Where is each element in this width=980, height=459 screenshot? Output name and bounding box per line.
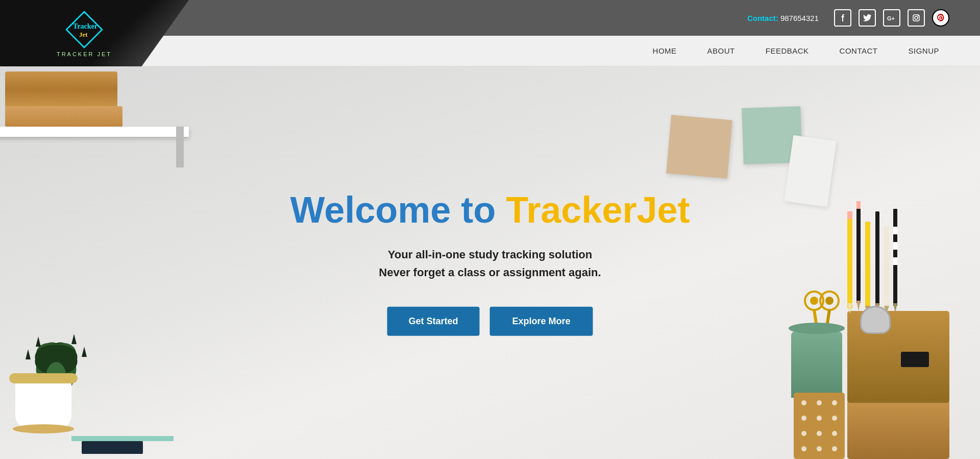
svg-marker-23 — [856, 301, 861, 311]
svg-marker-17 — [82, 347, 87, 357]
svg-point-51 — [801, 446, 806, 451]
plant-pot-rim — [9, 373, 78, 383]
pot-saucer — [13, 424, 74, 433]
svg-marker-15 — [71, 334, 77, 344]
brand-name: TrackerJet — [506, 189, 690, 230]
svg-point-49 — [817, 431, 822, 436]
polka-container — [794, 393, 845, 459]
green-tin — [791, 331, 842, 398]
svg-rect-28 — [884, 227, 889, 308]
plant-container — [0, 255, 122, 459]
contact-label: Contact: — [747, 14, 778, 22]
top-bar: Tracker Jet TRACKER JET Contact: 9876543… — [0, 0, 980, 36]
nav-about[interactable]: ABOUT — [707, 46, 735, 55]
tape-dispenser — [860, 306, 891, 334]
svg-text:G+: G+ — [887, 15, 895, 21]
logo-inner: Tracker Jet TRACKER JET — [57, 9, 112, 57]
svg-point-39 — [810, 297, 818, 305]
stationery-right — [674, 204, 980, 459]
instagram-icon[interactable] — [908, 9, 925, 27]
shelf-area — [0, 66, 204, 459]
hero-subtitle: Your all-in-one study tracking solution … — [290, 245, 690, 281]
svg-marker-16 — [26, 349, 31, 359]
svg-text:Jet: Jet — [79, 31, 88, 38]
plant-pot — [15, 382, 71, 428]
logo-icon: Tracker Jet — [64, 9, 105, 50]
svg-rect-32 — [893, 242, 897, 250]
sticky-note-tan — [666, 115, 732, 179]
notebook — [82, 441, 143, 454]
cork-box-top — [5, 71, 117, 107]
nav-feedback[interactable]: FEEDBACK — [766, 46, 809, 55]
svg-point-46 — [817, 416, 822, 421]
nav-signup[interactable]: SIGNUP — [908, 46, 939, 55]
svg-point-48 — [801, 431, 806, 436]
svg-point-43 — [817, 400, 822, 405]
logo-subtitle: TRACKER JET — [57, 51, 112, 57]
svg-rect-22 — [856, 201, 861, 209]
svg-point-44 — [832, 400, 837, 405]
twitter-icon[interactable] — [859, 9, 876, 27]
subtitle-line1: Your all-in-one study tracking solution — [388, 248, 593, 260]
svg-point-50 — [832, 431, 837, 436]
contact-number: 987654321 — [780, 14, 819, 22]
nav-home[interactable]: HOME — [653, 46, 677, 55]
svg-point-42 — [801, 400, 806, 405]
welcome-heading: Welcome to TrackerJet — [290, 189, 690, 230]
svg-marker-34 — [893, 303, 897, 312]
svg-rect-31 — [893, 227, 897, 234]
svg-point-47 — [832, 416, 837, 421]
table-surface — [71, 436, 174, 441]
contact-info: Contact: 987654321 — [747, 14, 819, 22]
svg-point-5 — [915, 16, 918, 19]
sticky-note-white — [784, 135, 836, 207]
nav-contact[interactable]: CONTACT — [840, 46, 878, 55]
explore-more-button[interactable]: Explore More — [489, 307, 593, 336]
social-icons: G+ — [834, 9, 949, 27]
svg-point-52 — [817, 446, 822, 451]
svg-marker-14 — [36, 336, 41, 347]
svg-rect-21 — [856, 206, 861, 303]
cork-basket — [847, 398, 949, 459]
green-tin-lid — [789, 323, 845, 334]
svg-point-6 — [918, 15, 919, 16]
shelf-board — [0, 127, 189, 137]
pinterest-icon[interactable] — [932, 9, 949, 27]
svg-rect-33 — [893, 257, 897, 265]
facebook-icon[interactable] — [834, 9, 851, 27]
svg-point-40 — [825, 297, 834, 305]
svg-point-45 — [801, 416, 806, 421]
svg-rect-19 — [847, 211, 852, 219]
welcome-part1: Welcome to — [290, 189, 506, 230]
svg-rect-18 — [847, 216, 852, 308]
shelf-bracket — [176, 127, 184, 167]
svg-text:Tracker: Tracker — [73, 22, 97, 30]
subtitle-line2: Never forget a class or assignment again… — [379, 266, 601, 279]
google-plus-icon[interactable]: G+ — [883, 9, 900, 27]
hero-section: Welcome to TrackerJet Your all-in-one st… — [0, 66, 980, 459]
cta-buttons: Get Started Explore More — [290, 307, 690, 336]
svg-rect-26 — [875, 211, 879, 306]
black-label — [901, 352, 929, 367]
svg-point-53 — [832, 446, 837, 451]
hero-content: Welcome to TrackerJet Your all-in-one st… — [290, 189, 690, 336]
svg-marker-20 — [847, 303, 852, 313]
cork-box-bottom — [5, 106, 122, 127]
svg-rect-24 — [865, 222, 870, 308]
get-started-button[interactable]: Get Started — [387, 307, 479, 336]
